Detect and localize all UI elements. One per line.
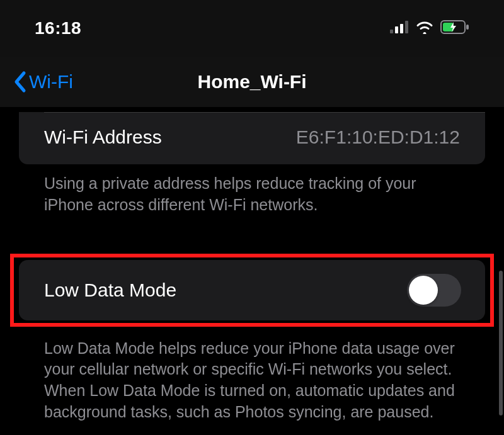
wifi-address-row[interactable]: Wi-Fi Address E6:F1:10:ED:D1:12 [19, 113, 485, 164]
wifi-address-card: Wi-Fi Address E6:F1:10:ED:D1:12 [19, 112, 485, 164]
wifi-address-value: E6:F1:10:ED:D1:12 [296, 127, 460, 148]
highlight-annotation: Low Data Mode [10, 254, 494, 327]
low-data-mode-label: Low Data Mode [44, 280, 176, 301]
cellular-signal-icon [390, 21, 409, 36]
low-data-mode-description: Low Data Mode helps reduce your iPhone d… [19, 327, 485, 423]
wifi-address-description: Using a private address helps reduce tra… [19, 164, 485, 216]
svg-rect-1 [395, 26, 398, 33]
status-bar: 16:18 [0, 0, 504, 57]
svg-rect-5 [466, 25, 469, 30]
low-data-mode-card: Low Data Mode [19, 260, 485, 320]
back-label: Wi-Fi [29, 71, 73, 93]
battery-charging-icon [440, 20, 469, 37]
navigation-bar: Wi-Fi Home_Wi-Fi [0, 57, 504, 107]
low-data-mode-toggle[interactable] [407, 274, 461, 307]
toggle-knob [409, 276, 438, 305]
status-icons [390, 20, 469, 37]
chevron-left-icon [13, 71, 26, 93]
svg-rect-0 [390, 30, 393, 33]
page-title: Home_Wi-Fi [197, 71, 306, 93]
wifi-icon [415, 20, 434, 37]
back-button[interactable]: Wi-Fi [13, 71, 73, 93]
low-data-mode-row[interactable]: Low Data Mode [19, 260, 485, 320]
svg-rect-3 [405, 21, 408, 33]
svg-rect-2 [400, 24, 403, 33]
scroll-indicator[interactable] [499, 271, 503, 415]
status-time: 16:18 [35, 18, 81, 38]
wifi-address-label: Wi-Fi Address [44, 127, 162, 148]
